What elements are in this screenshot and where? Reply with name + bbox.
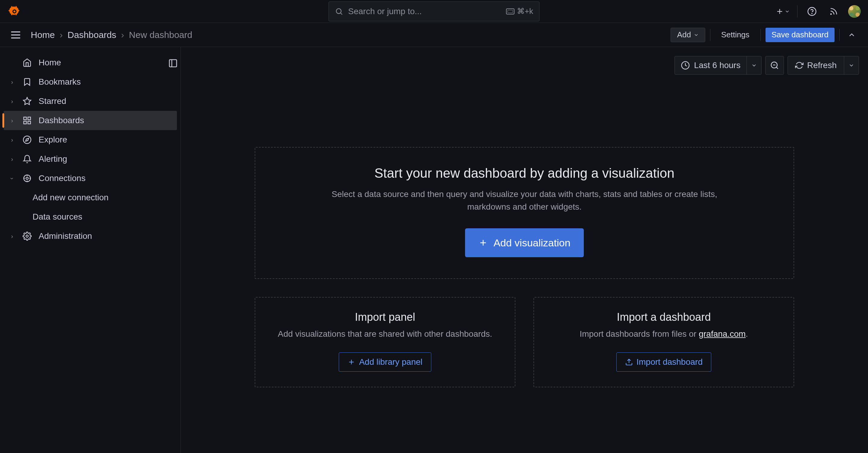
search-input[interactable] [348, 7, 501, 16]
breadcrumb-sep: › [121, 30, 124, 40]
chevron-down-icon [784, 9, 790, 14]
sidebar-collapse-button[interactable] [167, 57, 179, 69]
time-range-picker[interactable]: Last 6 hours [675, 56, 762, 75]
settings-button[interactable]: Settings [715, 28, 755, 42]
panel-left-icon [168, 58, 178, 68]
svg-rect-15 [24, 121, 27, 124]
user-avatar[interactable] [848, 5, 861, 18]
add-library-panel-button[interactable]: Add library panel [339, 352, 431, 372]
zoom-out-icon [770, 61, 779, 70]
svg-marker-17 [26, 138, 29, 141]
help-icon [807, 7, 817, 16]
sidebar-item-explore[interactable]: › Explore [4, 130, 177, 150]
subheader: Home › Dashboards › New dashboard Add Se… [0, 23, 868, 47]
desc-prefix: Import dashboards from files or [580, 329, 699, 338]
breadcrumb-sep: › [60, 30, 63, 40]
kbd-hint: ⌘+k [506, 7, 533, 16]
create-menu[interactable] [775, 7, 790, 16]
compass-icon [23, 135, 32, 144]
breadcrumb-current: New dashboard [129, 30, 192, 40]
expand-icon: › [8, 117, 16, 124]
sidebar-item-label: Data sources [33, 212, 82, 222]
chevron-down-icon [848, 62, 855, 68]
grafana-logo[interactable] [7, 4, 22, 19]
sidebar-item-label: Alerting [38, 154, 67, 164]
refresh-button[interactable]: Refresh [788, 61, 844, 70]
svg-point-16 [24, 136, 31, 144]
refresh-label: Refresh [807, 61, 837, 70]
sidebar-item-bookmarks[interactable]: › Bookmarks [4, 72, 177, 92]
plus-icon [775, 7, 784, 16]
content: Last 6 hours Refresh [181, 47, 868, 453]
sidebar-item-label: Starred [38, 96, 66, 106]
sidebar-item-label: Explore [38, 135, 67, 144]
import-panel-card: Import panel Add visualizations that are… [255, 297, 516, 387]
dashboard-canvas: Start your new dashboard by adding a vis… [181, 75, 868, 453]
import-dashboard-button[interactable]: Import dashboard [616, 352, 711, 372]
star-icon [23, 97, 32, 106]
breadcrumb-home[interactable]: Home [31, 30, 55, 40]
chevron-down-icon [693, 32, 699, 38]
breadcrumb: Home › Dashboards › New dashboard [31, 30, 192, 40]
desc-suffix: . [746, 329, 748, 338]
collapse-header-button[interactable] [844, 28, 859, 42]
bookmark-icon [23, 77, 32, 87]
sidebar-item-dashboards[interactable]: › Dashboards [4, 111, 177, 130]
menu-icon [10, 29, 22, 41]
sidebar: Home › Bookmarks › Starred › Dashboards … [0, 47, 181, 453]
svg-line-29 [776, 67, 778, 69]
expand-icon: › [8, 233, 16, 240]
import-dashboard-label: Import dashboard [637, 357, 703, 367]
toggle-menu-button[interactable] [9, 28, 22, 41]
divider [797, 5, 798, 18]
help-button[interactable] [805, 4, 819, 19]
keyboard-icon [506, 8, 515, 14]
global-search[interactable]: ⌘+k [329, 1, 539, 21]
sidebar-item-label: Add new connection [33, 193, 108, 202]
refresh-picker: Refresh [787, 56, 859, 75]
sidebar-item-label: Bookmarks [38, 77, 81, 87]
chevron-up-icon [847, 31, 856, 39]
svg-point-19 [26, 177, 28, 180]
refresh-interval-dropdown[interactable] [844, 56, 859, 74]
refresh-icon [795, 61, 804, 70]
topbar: ⌘+k [0, 0, 868, 23]
svg-point-0 [13, 10, 16, 12]
svg-rect-13 [28, 117, 31, 120]
grafana-icon [8, 5, 21, 18]
card-title: Import a dashboard [546, 311, 781, 323]
card-title: Import panel [267, 311, 503, 323]
card-description: Import dashboards from files or grafana.… [546, 328, 781, 341]
divider [839, 29, 840, 41]
sidebar-item-administration[interactable]: › Administration [4, 226, 177, 246]
svg-point-7 [831, 13, 832, 14]
news-button[interactable] [827, 4, 841, 19]
search-icon [335, 7, 343, 16]
svg-marker-11 [24, 98, 31, 105]
empty-state-hero: Start your new dashboard by adding a vis… [255, 147, 794, 279]
sidebar-item-starred[interactable]: › Starred [4, 92, 177, 111]
divider [710, 29, 710, 41]
expand-icon: › [8, 78, 16, 86]
svg-rect-12 [24, 117, 27, 120]
add-button[interactable]: Add [671, 28, 705, 42]
grafana-link[interactable]: grafana.com [699, 329, 746, 338]
sidebar-item-data-sources[interactable]: Data sources [4, 207, 177, 226]
sidebar-item-connections[interactable]: › Connections [4, 169, 177, 188]
breadcrumb-dashboards[interactable]: Dashboards [67, 30, 116, 40]
add-visualization-button[interactable]: Add visualization [465, 228, 584, 257]
bell-icon [23, 155, 32, 164]
save-dashboard-button[interactable]: Save dashboard [766, 28, 835, 42]
zoom-out-button[interactable] [765, 56, 784, 75]
sidebar-item-alerting[interactable]: › Alerting [4, 150, 177, 169]
expand-icon: › [8, 136, 16, 143]
chevron-down-icon [751, 62, 757, 68]
sidebar-item-add-connection[interactable]: Add new connection [4, 188, 177, 207]
rss-icon [829, 7, 838, 16]
plug-icon [23, 174, 32, 183]
time-range-dropdown[interactable] [747, 56, 761, 74]
import-dashboard-card: Import a dashboard Import dashboards fro… [533, 297, 794, 387]
sidebar-item-label: Dashboards [38, 116, 84, 125]
sidebar-item-home[interactable]: Home [4, 53, 177, 72]
hero-title: Start your new dashboard by adding a vis… [279, 166, 770, 181]
